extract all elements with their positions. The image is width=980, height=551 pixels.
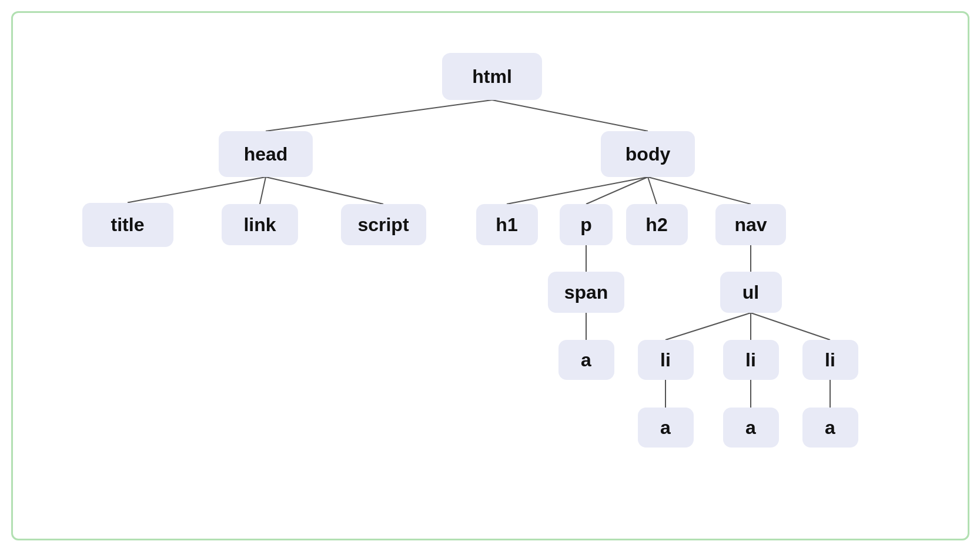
node-p: p [560,204,613,245]
svg-line-7 [648,177,657,204]
node-link: link [222,204,298,245]
svg-line-4 [266,177,383,204]
node-head: head [219,131,313,177]
node-html: html [442,53,542,100]
svg-line-0 [266,100,492,131]
node-ul: ul [720,272,781,313]
node-script: script [340,204,426,245]
node-body: body [601,131,695,177]
node-a2: a [637,408,693,448]
node-h2: h2 [626,204,687,245]
diagram-container: htmlheadbodytitlelinkscripth1ph2navspanu… [11,11,969,540]
node-title: title [82,202,173,246]
svg-line-5 [507,177,648,204]
svg-line-6 [586,177,648,204]
node-a1: a [558,340,614,380]
tree-svg: htmlheadbodytitlelinkscripth1ph2navspanu… [13,13,968,539]
node-h1: h1 [476,204,537,245]
svg-line-1 [492,100,648,131]
svg-line-12 [665,313,751,340]
svg-line-3 [260,177,266,204]
node-li2: li [723,340,778,380]
node-li1: li [637,340,693,380]
node-span: span [548,272,624,313]
svg-line-2 [128,177,266,203]
svg-line-14 [751,313,830,340]
node-li3: li [802,340,858,380]
node-a4: a [802,408,858,448]
svg-line-8 [648,177,751,204]
node-nav: nav [715,204,786,245]
node-a3: a [723,408,778,448]
